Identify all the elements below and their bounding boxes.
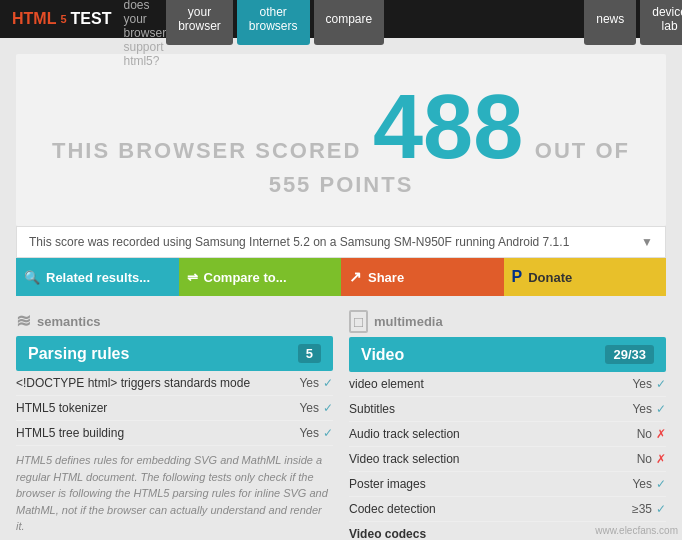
table-row: HTML5 tokenizer Yes ✓ bbox=[16, 396, 333, 421]
nav-news[interactable]: news bbox=[584, 0, 636, 45]
nav-your-browser[interactable]: your browser bbox=[166, 0, 233, 45]
table-row: Poster images Yes ✓ bbox=[349, 472, 666, 497]
main-content: ≋ semantics Parsing rules 5 <!DOCTYPE ht… bbox=[16, 304, 666, 540]
cross-icon: ✗ bbox=[656, 427, 666, 441]
result-text: Yes bbox=[632, 402, 652, 416]
left-column: ≋ semantics Parsing rules 5 <!DOCTYPE ht… bbox=[16, 304, 333, 540]
share-label: Share bbox=[368, 270, 404, 285]
nav-right: news device lab about the test bbox=[584, 0, 682, 45]
cross-icon: ✗ bbox=[656, 452, 666, 466]
donate-button[interactable]: P Donate bbox=[504, 258, 667, 296]
table-row: Subtitles Yes ✓ bbox=[349, 397, 666, 422]
score-section: THIS BROWSER SCORED 488 OUT OF 555 POINT… bbox=[16, 54, 666, 226]
donate-icon: P bbox=[512, 268, 523, 286]
score-label-before: THIS BROWSER SCORED bbox=[52, 138, 361, 163]
check-icon: ✓ bbox=[323, 401, 333, 415]
info-arrow: ▼ bbox=[641, 235, 653, 249]
table-row: HTML5 tree building Yes ✓ bbox=[16, 421, 333, 446]
check-icon: ✓ bbox=[656, 402, 666, 416]
video-header: Video 29/33 bbox=[349, 337, 666, 372]
table-row: video element Yes ✓ bbox=[349, 372, 666, 397]
semantics-section-header: ≋ semantics bbox=[16, 304, 333, 336]
action-bar: 🔍 Related results... ⇌ Compare to... ↗ S… bbox=[16, 258, 666, 296]
multimedia-icon: □ bbox=[349, 310, 368, 333]
search-button[interactable]: 🔍 Related results... bbox=[16, 258, 179, 296]
table-row: Audio track selection No ✗ bbox=[349, 422, 666, 447]
result-text: No bbox=[637, 427, 652, 441]
check-icon: ✓ bbox=[323, 426, 333, 440]
compare-icon: ⇌ bbox=[187, 270, 198, 285]
parsing-rules-header: Parsing rules 5 bbox=[16, 336, 333, 371]
semantics-icon: ≋ bbox=[16, 310, 31, 332]
compare-button[interactable]: ⇌ Compare to... bbox=[179, 258, 342, 296]
feature-list-left: <!DOCTYPE html> triggers standards mode … bbox=[16, 371, 333, 446]
result-text: Yes bbox=[632, 477, 652, 491]
search-label: Related results... bbox=[46, 270, 150, 285]
feature-list-right: video element Yes ✓ Subtitles Yes ✓ Audi… bbox=[349, 372, 666, 540]
share-button[interactable]: ↗ Share bbox=[341, 258, 504, 296]
logo-html: HTML bbox=[12, 10, 56, 28]
check-icon: ✓ bbox=[323, 376, 333, 390]
nav-left: your browser other browsers compare bbox=[166, 0, 384, 45]
compare-label: Compare to... bbox=[204, 270, 287, 285]
table-row: <!DOCTYPE html> triggers standards mode … bbox=[16, 371, 333, 396]
logo: HTML5TEST bbox=[12, 10, 111, 28]
video-score: 29/33 bbox=[605, 345, 654, 364]
search-icon: 🔍 bbox=[24, 270, 40, 285]
watermark: www.elecfans.com bbox=[595, 525, 678, 536]
check-icon: ✓ bbox=[656, 477, 666, 491]
result-text: No bbox=[637, 452, 652, 466]
table-row: Codec detection ≥35 ✓ bbox=[349, 497, 666, 522]
right-column: □ multimedia Video 29/33 video element Y… bbox=[349, 304, 666, 540]
result-text: Yes bbox=[299, 426, 319, 440]
parsing-rules-title: Parsing rules bbox=[28, 345, 129, 363]
tagline: how well does your browser support html5… bbox=[123, 0, 166, 68]
video-title: Video bbox=[361, 346, 404, 364]
logo-5: 5 bbox=[60, 13, 66, 25]
result-text: ≥35 bbox=[632, 502, 652, 516]
result-text: Yes bbox=[632, 377, 652, 391]
share-icon: ↗ bbox=[349, 268, 362, 286]
check-icon: ✓ bbox=[656, 377, 666, 391]
result-text: Yes bbox=[299, 376, 319, 390]
result-text: Yes bbox=[299, 401, 319, 415]
nav-other-browsers[interactable]: other browsers bbox=[237, 0, 310, 45]
parsing-rules-description: HTML5 defines rules for embedding SVG an… bbox=[16, 446, 333, 540]
logo-test-word: TEST bbox=[71, 10, 112, 28]
header: HTML5TEST how well does your browser sup… bbox=[0, 0, 682, 38]
nav-device-lab[interactable]: device lab bbox=[640, 0, 682, 45]
info-bar: This score was recorded using Samsung In… bbox=[16, 226, 666, 258]
nav-compare[interactable]: compare bbox=[314, 0, 385, 45]
info-text: This score was recorded using Samsung In… bbox=[29, 235, 569, 249]
table-row: Video track selection No ✗ bbox=[349, 447, 666, 472]
parsing-rules-score: 5 bbox=[298, 344, 321, 363]
score-number: 488 bbox=[373, 82, 523, 172]
check-icon: ✓ bbox=[656, 502, 666, 516]
multimedia-label: multimedia bbox=[374, 314, 443, 329]
donate-label: Donate bbox=[528, 270, 572, 285]
semantics-label: semantics bbox=[37, 314, 101, 329]
multimedia-section-header: □ multimedia bbox=[349, 304, 666, 337]
